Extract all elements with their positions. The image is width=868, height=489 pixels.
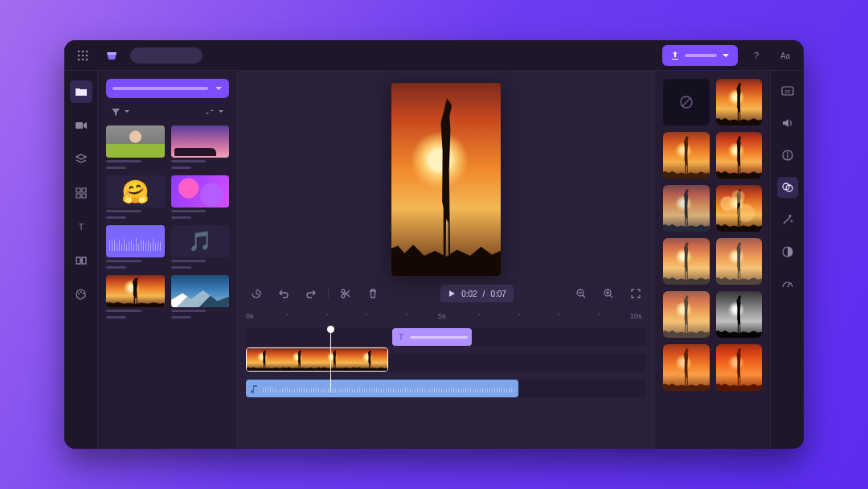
transition-icon [75,254,88,267]
export-button[interactable] [662,45,738,66]
ruler-mark: 0s [246,312,254,320]
svg-text:T: T [78,222,84,232]
ruler-mark: 10s [630,312,642,320]
preview-canvas[interactable] [391,83,501,276]
media-item[interactable] [171,125,230,169]
track-video[interactable] [246,351,646,375]
rail-layouts[interactable] [70,182,92,204]
app-window: ? Aa T [64,40,804,449]
filter-icon [111,107,121,117]
rail-record[interactable] [70,114,92,137]
rail-speed[interactable] [777,273,798,294]
time-total: 0:07 [490,290,506,298]
delete-icon[interactable] [362,283,383,304]
rail-adjust[interactable] [777,145,798,166]
music-note-icon [250,384,259,393]
clip-video[interactable] [246,347,388,372]
undo-icon[interactable] [273,283,294,304]
filter-hot[interactable] [716,344,763,391]
media-sort-select[interactable] [202,105,227,119]
media-item[interactable] [106,225,165,269]
time-ruler[interactable]: 0s 5s 10s [246,310,646,325]
grid-icon [76,187,87,199]
rail-templates[interactable] [70,148,92,171]
center-area: 0:02 / 0:07 0s 5s [238,71,654,449]
import-media-button[interactable] [106,79,229,98]
timeline[interactable]: 0s 5s 10s T [238,307,654,449]
filter-bw[interactable] [716,291,763,338]
contrast-icon [781,245,794,258]
media-panel: 🤗 🎵 [98,71,238,449]
rail-brand[interactable] [70,283,92,306]
media-filter-row [106,105,229,119]
svg-point-7 [82,58,84,60]
captions-icon: cc [781,85,794,97]
filter-fade[interactable] [716,238,763,285]
filter-soft[interactable] [663,238,710,285]
text-icon: T [76,221,87,232]
svg-point-15 [83,293,84,294]
media-item[interactable]: 🤗 [106,175,165,219]
play-button[interactable]: 0:02 / 0:07 [440,285,514,302]
filter-bokeh[interactable] [716,185,763,232]
svg-point-14 [80,291,82,293]
rail-filters[interactable] [777,177,798,198]
svg-point-5 [86,54,88,56]
media-grid: 🤗 🎵 [106,125,229,318]
clip-audio[interactable] [246,380,518,397]
filter-none[interactable] [663,79,710,125]
rail-transitions[interactable] [70,249,92,272]
rail-effects[interactable] [777,209,798,230]
right-rail: cc [770,71,804,449]
media-item[interactable] [106,125,165,169]
rail-text[interactable]: T [70,216,92,238]
rail-audio[interactable] [777,113,798,134]
app-menu-icon[interactable] [72,45,93,66]
chevron-down-icon [218,109,224,115]
help-icon[interactable]: ? [746,45,767,66]
media-item[interactable] [106,275,165,318]
filter-original[interactable] [716,79,763,125]
track-text[interactable]: T [246,328,646,346]
left-rail: T [64,71,98,449]
rail-color[interactable] [777,241,798,262]
filter-fade-warm[interactable] [663,291,710,338]
filter-cool[interactable] [663,185,710,232]
speaker-icon [781,117,794,129]
time-current: 0:02 [461,290,477,298]
split-icon[interactable] [335,283,356,304]
preview-area [238,71,654,280]
filter-tint[interactable] [663,344,710,391]
media-filter-select[interactable] [108,105,133,119]
svg-point-2 [86,50,88,52]
clip-text[interactable]: T [392,328,473,346]
zoom-out-icon[interactable] [571,283,592,304]
svg-text:T: T [399,333,403,342]
filter-warm[interactable] [663,132,710,179]
svg-point-1 [82,50,84,52]
app-body: T [64,71,804,449]
app-logo-icon[interactable] [101,45,122,66]
rail-your-media[interactable] [70,80,92,103]
track-audio[interactable] [246,380,646,397]
svg-text:?: ? [754,51,759,60]
rail-captions[interactable]: cc [777,80,798,101]
export-label [685,54,717,57]
wand-icon [781,213,794,226]
ruler-mark: 5s [438,312,446,320]
svg-text:Aa: Aa [780,51,791,60]
history-icon[interactable] [246,283,267,304]
zoom-in-icon[interactable] [598,283,619,304]
media-item[interactable] [171,275,230,318]
typography-icon[interactable]: Aa [775,45,796,66]
project-title[interactable] [130,47,203,64]
redo-icon[interactable] [301,283,321,304]
filters-panel [654,71,770,449]
fit-icon[interactable] [625,283,646,304]
filter-vivid[interactable] [716,132,763,179]
media-item[interactable]: 🎵 [171,225,230,269]
palette-icon [75,288,88,301]
media-item[interactable] [171,175,230,219]
svg-rect-11 [76,122,83,129]
playhead[interactable] [330,328,332,392]
